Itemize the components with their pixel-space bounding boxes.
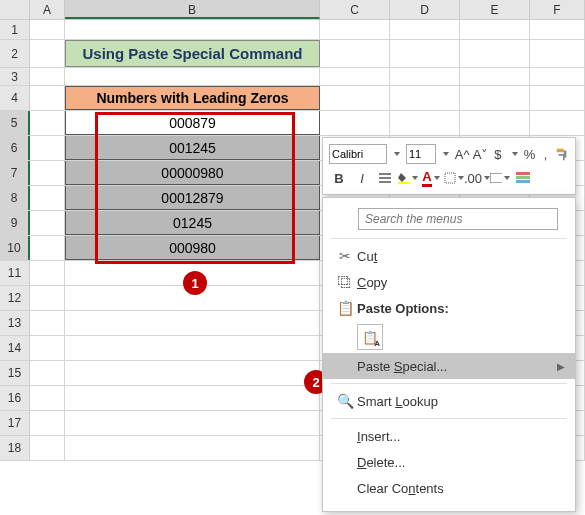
svg-rect-3 — [516, 172, 530, 175]
data-cell[interactable]: 00000980 — [65, 161, 320, 185]
data-cell[interactable]: 001245 — [65, 136, 320, 160]
svg-rect-2 — [490, 173, 502, 183]
mini-toolbar: A^ A˅ $ % , B I A .00 — [322, 137, 576, 195]
row-header[interactable]: 18 — [0, 436, 30, 460]
svg-rect-0 — [398, 182, 410, 184]
table-header-cell[interactable]: Numbers with Leading Zeros — [65, 86, 320, 110]
font-size-select[interactable] — [406, 144, 436, 164]
title-cell[interactable]: Using Paste Special Command — [65, 40, 320, 67]
column-headers: A B C D E F — [0, 0, 585, 20]
menu-insert[interactable]: Insert... — [323, 423, 575, 449]
col-header-B[interactable]: B — [65, 0, 320, 19]
row-header[interactable]: 12 — [0, 286, 30, 310]
menu-smart-lookup[interactable]: 🔍 Smart Lookup — [323, 388, 575, 414]
row-header[interactable]: 5 — [0, 111, 30, 135]
decimal-button[interactable]: .00 — [467, 168, 487, 188]
menu-paste-options-label: 📋 Paste Options: — [323, 295, 575, 321]
merge-button[interactable] — [490, 168, 510, 188]
select-all-corner[interactable] — [0, 0, 30, 19]
svg-rect-1 — [445, 173, 455, 183]
font-select[interactable] — [329, 144, 387, 164]
paste-default-icon[interactable]: 📋 — [357, 324, 383, 350]
row-header[interactable]: 4 — [0, 86, 30, 110]
row-header[interactable]: 10 — [0, 236, 30, 260]
menu-search-input[interactable] — [358, 208, 558, 230]
font-color-button[interactable]: A — [421, 168, 441, 188]
conditional-format-icon[interactable] — [513, 168, 533, 188]
row-header[interactable]: 16 — [0, 386, 30, 410]
comma-button[interactable]: , — [539, 144, 552, 164]
size-dropdown-icon[interactable] — [439, 144, 452, 164]
callout-badge-1: 1 — [183, 271, 207, 295]
data-cell[interactable]: 000980 — [65, 236, 320, 260]
copy-icon: ⿻ — [333, 274, 357, 290]
align-button[interactable] — [375, 168, 395, 188]
data-cell[interactable]: 00012879 — [65, 186, 320, 210]
chevron-right-icon: ▶ — [557, 361, 565, 372]
col-header-E[interactable]: E — [460, 0, 530, 19]
data-cell[interactable]: 01245 — [65, 211, 320, 235]
font-dropdown-icon[interactable] — [390, 144, 403, 164]
row-header[interactable]: 2 — [0, 40, 30, 67]
row-header[interactable]: 17 — [0, 411, 30, 435]
decrease-font-button[interactable]: A˅ — [473, 144, 489, 164]
increase-font-button[interactable]: A^ — [455, 144, 470, 164]
bold-button[interactable]: B — [329, 168, 349, 188]
percent-button[interactable]: % — [523, 144, 536, 164]
italic-button[interactable]: I — [352, 168, 372, 188]
menu-clear-contents[interactable]: Clear Contents — [323, 475, 575, 501]
row-header[interactable]: 8 — [0, 186, 30, 210]
col-header-A[interactable]: A — [30, 0, 65, 19]
borders-button[interactable] — [444, 168, 464, 188]
menu-delete[interactable]: Delete... — [323, 449, 575, 475]
menu-copy[interactable]: ⿻ Copy — [323, 269, 575, 295]
fill-color-button[interactable] — [398, 168, 418, 188]
row-header[interactable]: 13 — [0, 311, 30, 335]
row-header[interactable]: 11 — [0, 261, 30, 285]
row-header[interactable]: 3 — [0, 68, 30, 85]
row-header[interactable]: 1 — [0, 20, 30, 39]
col-header-F[interactable]: F — [530, 0, 585, 19]
col-header-D[interactable]: D — [390, 0, 460, 19]
svg-rect-4 — [516, 176, 530, 179]
col-header-C[interactable]: C — [320, 0, 390, 19]
row-header[interactable]: 15 — [0, 361, 30, 385]
search-icon: 🔍 — [333, 393, 357, 409]
row-header[interactable]: 7 — [0, 161, 30, 185]
data-cell[interactable]: 000879 — [65, 111, 320, 135]
svg-rect-5 — [516, 180, 530, 183]
currency-button[interactable]: $ — [491, 144, 504, 164]
menu-cut[interactable]: ✂ Cut — [323, 243, 575, 269]
row-header[interactable]: 9 — [0, 211, 30, 235]
format-painter-icon[interactable] — [555, 144, 569, 164]
clipboard-icon: 📋 — [333, 300, 357, 316]
menu-paste-special[interactable]: Paste Special... ▶ — [323, 353, 575, 379]
currency-dropdown[interactable] — [507, 144, 520, 164]
row-header[interactable]: 14 — [0, 336, 30, 360]
row-header[interactable]: 6 — [0, 136, 30, 160]
context-menu: ✂ Cut ⿻ Copy 📋 Paste Options: 📋 Paste Sp… — [322, 197, 576, 512]
scissors-icon: ✂ — [333, 248, 357, 264]
